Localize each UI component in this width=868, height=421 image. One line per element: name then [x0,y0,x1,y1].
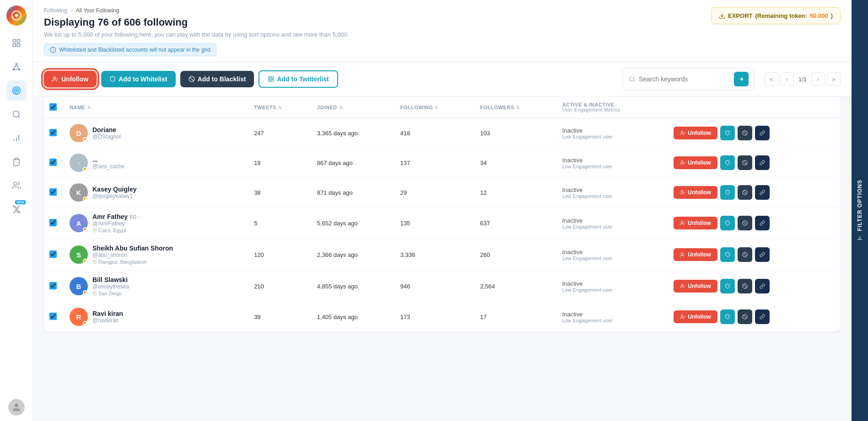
svg-point-59 [681,315,683,317]
next-page-button[interactable]: › [811,72,825,86]
sidebar-item-dashboard[interactable] [6,33,27,53]
user-name-7: Ravi kiran [92,310,123,317]
svg-point-12 [14,88,19,93]
table-row: R Ravi kiran @ravikiran 39 1,405 days ag… [44,302,841,332]
row-checkbox-4[interactable] [49,219,57,226]
app-logo[interactable] [6,5,27,26]
row-blacklist-2[interactable] [738,155,752,170]
row-checkbox-1[interactable] [49,129,57,136]
prev-page-button[interactable]: ‹ [780,72,794,86]
select-all-checkbox[interactable] [49,103,57,111]
svg-rect-2 [17,40,20,43]
svg-rect-28 [272,77,274,79]
svg-point-32 [681,131,683,133]
following-7: 173 [395,302,474,332]
action-btns-4: Unfollow [674,216,835,230]
online-dot-6 [83,290,87,295]
row-checkbox-2[interactable] [49,159,57,166]
row-whitelist-4[interactable] [720,216,735,230]
svg-point-49 [94,261,96,262]
row-blacklist-4[interactable] [738,216,752,230]
search-input[interactable] [639,75,730,83]
row-unfollow-1[interactable]: Unfollow [674,127,717,139]
export-button[interactable]: EXPORT (Remaining token: 50.000 ) [711,7,841,24]
tweets-2: 19 [248,148,312,178]
search-icon [12,110,21,119]
row-unfollow-5[interactable]: Unfollow [674,248,717,261]
row-whitelist-7[interactable] [720,309,735,324]
svg-point-23 [54,77,56,79]
x-icon [12,205,21,214]
row-blacklist-5[interactable] [738,247,752,262]
blacklist-button[interactable]: Add to Blacklist [180,71,254,87]
followers-1: 103 [474,118,556,148]
following-1: 418 [395,118,474,148]
twitterlist-button[interactable]: Add to Twitterlist [259,70,338,88]
row-unfollow-6[interactable]: Unfollow [674,280,717,293]
user-info-1: D Doriane @DStagnol [70,124,243,142]
filter-panel[interactable]: FILTER OPTIONS [852,0,868,421]
svg-point-50 [681,253,683,255]
row-whitelist-6[interactable] [720,279,735,293]
sidebar-item-users[interactable] [6,176,27,196]
breadcrumb-parent[interactable]: Following [44,7,67,14]
sidebar-item-x[interactable]: NEW [6,199,27,219]
sidebar-item-trash[interactable] [6,152,27,172]
svg-point-18 [14,182,17,186]
col-name: NAME [70,105,85,110]
svg-line-8 [14,65,16,69]
whitelist-button[interactable]: Add to Whitelist [101,71,176,87]
row-link-1[interactable] [755,126,770,140]
row-blacklist-7[interactable] [738,309,752,324]
row-unfollow-2[interactable]: Unfollow [674,156,717,169]
row-checkbox-5[interactable] [49,250,57,258]
status-badge-7: Inactive Low Engagement user [562,311,663,323]
row-blacklist-1[interactable] [738,126,752,140]
sidebar-item-search[interactable] [6,104,27,124]
sidebar-item-analytics[interactable] [6,128,27,148]
breadcrumb-current: All Your Following [76,7,119,14]
user-name-1: Doriane [92,126,121,133]
unfollow-button[interactable]: Unfollow [44,71,97,87]
last-page-button[interactable]: » [827,72,841,86]
sidebar-item-network[interactable] [6,57,27,77]
user-handle-6: @seobythesea [92,283,129,290]
pagination: « ‹ 1/1 › » [765,72,841,86]
svg-point-36 [681,161,683,163]
svg-point-54 [94,293,96,294]
row-whitelist-3[interactable] [720,185,735,200]
filter-icon [857,235,863,241]
user-handle-1: @DStagnol [92,133,121,140]
row-blacklist-6[interactable] [738,279,752,293]
user-info-5: S Sheikh Abu Sufian Shoron @abu_shoron R… [70,245,243,265]
user-info-3: K Kasey Quigley @quigleykasey1 [70,183,243,202]
row-link-7[interactable] [755,309,770,324]
avatar-4: A [70,214,88,232]
row-checkbox-7[interactable] [49,313,57,320]
row-unfollow-3[interactable]: Unfollow [674,186,717,199]
search-go-button[interactable] [734,72,749,86]
first-page-button[interactable]: « [765,72,778,86]
svg-line-39 [743,161,746,164]
row-link-6[interactable] [755,279,770,293]
row-whitelist-2[interactable] [720,155,735,170]
row-whitelist-1[interactable] [720,126,735,140]
svg-line-53 [743,253,746,256]
user-info-7: R Ravi kiran @ravikiran [70,308,243,326]
row-link-5[interactable] [755,247,770,262]
row-blacklist-3[interactable] [738,185,752,200]
sidebar-item-target[interactable] [6,80,27,101]
export-icon [719,13,725,19]
row-whitelist-5[interactable] [720,247,735,262]
row-unfollow-4[interactable]: Unfollow [674,217,717,229]
user-avatar[interactable] [8,399,25,416]
page-info: 1/1 [796,76,809,83]
row-checkbox-6[interactable] [49,282,57,289]
row-link-2[interactable] [755,155,770,170]
row-link-3[interactable] [755,185,770,200]
user-info-4: A Amr Fathey EG♀ @AmrFathey Cairo, Egypt [70,213,243,233]
trash-icon [12,157,21,166]
row-checkbox-3[interactable] [49,188,57,196]
row-unfollow-7[interactable]: Unfollow [674,310,717,323]
row-link-4[interactable] [755,216,770,230]
